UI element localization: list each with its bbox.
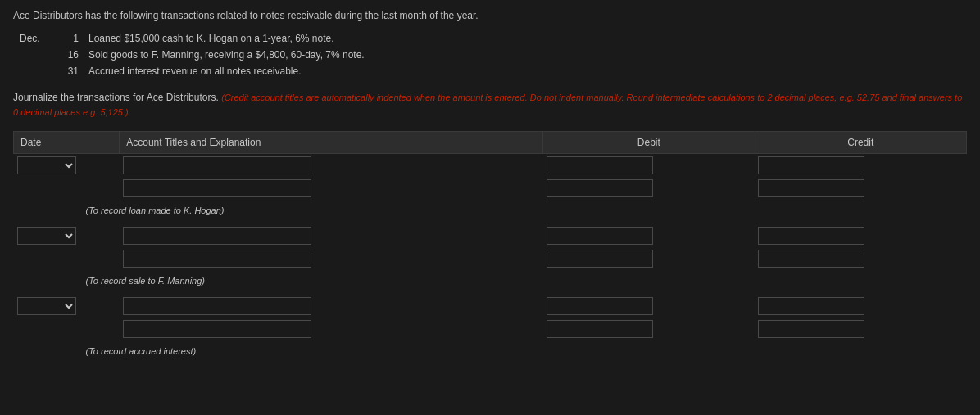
credit-cell-3a: [755, 295, 966, 318]
debit-cell-1a: [543, 154, 755, 178]
date-select-3[interactable]: Dec 1 Dec 16 Dec 31: [17, 297, 76, 315]
debit-input-1b[interactable]: [547, 179, 653, 197]
date-select-2[interactable]: Dec 1 Dec 16 Dec 31: [17, 227, 76, 245]
debit-cell-2b: [543, 247, 755, 270]
transaction-row-3: 31 Accrued interest revenue on all notes…: [20, 65, 967, 77]
credit-input-2a[interactable]: [758, 227, 864, 245]
journal-table: Date Account Titles and Explanation Debi…: [13, 131, 967, 365]
account-input-1b[interactable]: [123, 179, 311, 197]
header-account: Account Titles and Explanation: [120, 132, 543, 154]
header-credit: Credit: [755, 132, 966, 154]
header-date: Date: [14, 132, 120, 154]
memo-text-1: (To record loan made to K. Hogan): [17, 202, 964, 222]
credit-cell-1a: [755, 154, 966, 178]
trans-desc-3: Accrued interest revenue on all notes re…: [88, 65, 301, 77]
credit-input-3a[interactable]: [758, 297, 864, 315]
account-cell-2a: [120, 224, 543, 247]
credit-cell-1b: [755, 177, 966, 200]
account-input-3a[interactable]: [123, 297, 311, 315]
account-input-2b[interactable]: [123, 250, 311, 268]
credit-input-1b[interactable]: [758, 179, 864, 197]
date-cell-3a: Dec 1 Dec 16 Dec 31: [14, 295, 120, 318]
date-cell-3b: [14, 318, 120, 341]
date-cell-2a: Dec 1 Dec 16 Dec 31: [14, 224, 120, 247]
trans-day-3: 31: [52, 65, 79, 77]
trans-desc-1: Loaned $15,000 cash to K. Hogan on a 1-y…: [88, 33, 334, 44]
account-input-1a[interactable]: [123, 156, 311, 174]
transaction-row-2: 16 Sold goods to F. Manning, receiving a…: [20, 49, 967, 61]
date-select-1[interactable]: Dec 1 Dec 16 Dec 31: [17, 156, 76, 174]
credit-input-2b[interactable]: [758, 250, 864, 268]
trans-day-1: 1: [52, 33, 79, 44]
trans-desc-2: Sold goods to F. Manning, receiving a $4…: [88, 49, 365, 61]
table-row: Dec 1 Dec 16 Dec 31: [14, 154, 967, 178]
account-cell-3a: [120, 295, 543, 318]
memo-text-3: (To record accrued interest): [17, 343, 964, 363]
instruction-prefix: Journalize the transactions for Ace Dist…: [13, 92, 221, 103]
debit-cell-1b: [543, 177, 755, 200]
table-row: Dec 1 Dec 16 Dec 31: [14, 224, 967, 247]
debit-input-2a[interactable]: [547, 227, 653, 245]
table-row: [14, 247, 967, 270]
trans-month-1: Dec.: [20, 33, 52, 44]
debit-cell-3b: [543, 318, 755, 341]
account-input-2a[interactable]: [123, 227, 311, 245]
account-cell-1b: [120, 177, 543, 200]
debit-input-3a[interactable]: [547, 297, 653, 315]
date-cell-1b: [14, 177, 120, 200]
table-header-row: Date Account Titles and Explanation Debi…: [14, 132, 967, 154]
debit-cell-2a: [543, 224, 755, 247]
memo-text-2: (To record sale to F. Manning): [17, 273, 964, 292]
transaction-row-1: Dec. 1 Loaned $15,000 cash to K. Hogan o…: [20, 33, 967, 44]
date-cell-1a: Dec 1 Dec 16 Dec 31: [14, 154, 120, 178]
account-input-3b[interactable]: [123, 320, 311, 338]
account-cell-1a: [120, 154, 543, 178]
credit-input-1a[interactable]: [758, 156, 864, 174]
credit-cell-2a: [755, 224, 966, 247]
credit-cell-2b: [755, 247, 966, 270]
header-debit: Debit: [543, 132, 755, 154]
instruction-text: Journalize the transactions for Ace Dist…: [13, 90, 967, 120]
transactions-list: Dec. 1 Loaned $15,000 cash to K. Hogan o…: [20, 33, 967, 77]
memo-row-1: (To record loan made to K. Hogan): [14, 200, 967, 224]
date-cell-2b: [14, 247, 120, 270]
account-cell-2b: [120, 247, 543, 270]
memo-row-3: (To record accrued interest): [14, 341, 967, 365]
debit-input-3b[interactable]: [547, 320, 653, 338]
table-row: [14, 177, 967, 200]
debit-input-1a[interactable]: [547, 156, 653, 174]
credit-cell-3b: [755, 318, 966, 341]
credit-input-3b[interactable]: [758, 320, 864, 338]
trans-day-2: 16: [52, 49, 79, 61]
table-row: [14, 318, 967, 341]
debit-input-2b[interactable]: [547, 250, 653, 268]
table-row: Dec 1 Dec 16 Dec 31: [14, 295, 967, 318]
debit-cell-3a: [543, 295, 755, 318]
intro-text: Ace Distributors has the following trans…: [13, 10, 967, 21]
account-cell-3b: [120, 318, 543, 341]
memo-row-2: (To record sale to F. Manning): [14, 270, 967, 295]
